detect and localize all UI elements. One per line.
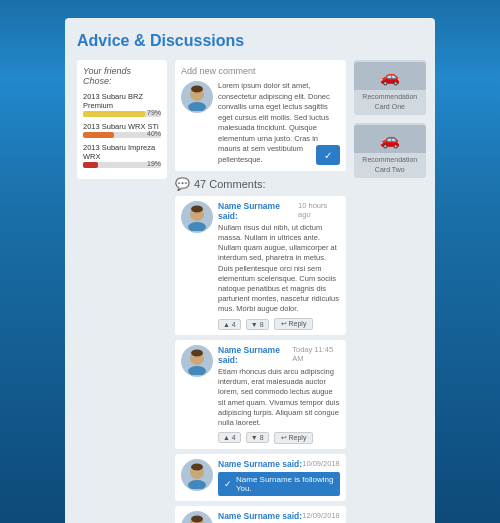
comment-body: Name Surname said: 10 hours ago Nullam r… — [218, 201, 340, 330]
car-icon-2: 🚗 — [380, 130, 400, 149]
bar-bg: 40% — [83, 132, 161, 138]
bar-label: 79% — [147, 110, 161, 116]
car-card-1: 🚗 RecommendationCard One — [354, 60, 426, 115]
friend-label: 2013 Subaru Impreza WRX — [83, 143, 161, 161]
svg-point-10 — [191, 463, 203, 470]
comment-author: Name Surname said: — [218, 345, 292, 365]
avatar — [181, 345, 213, 377]
comment-meta: Name Surname said: Today 11:45 AM — [218, 345, 340, 365]
svg-point-1 — [191, 86, 203, 93]
friend-item: 2013 Subaru Impreza WRX 19% — [83, 143, 161, 168]
avatar — [181, 201, 213, 233]
comment-top: Name Surname said: 10/09/2018 ✓ Name Sur… — [181, 459, 340, 496]
comment-author: Name Surname said: — [218, 459, 302, 469]
comments-header: 💬 47 Comments: — [175, 177, 346, 191]
add-comment-box: Add new comment Lorem ipsum dolor sit am… — [175, 60, 346, 171]
vote-up-button[interactable]: ▲ 4 — [218, 319, 241, 330]
svg-point-2 — [188, 102, 206, 111]
comment-top: Name Surname said: Today 11:45 AM Etiam … — [181, 345, 340, 444]
friends-title: Your friends Chose: — [83, 66, 161, 86]
friends-panel: Your friends Chose: 2013 Subaru BRZ Prem… — [77, 60, 167, 523]
comment-meta: Name Surname said: 12/09/2018 — [218, 511, 340, 521]
comment-time: 12/09/2018 — [302, 511, 340, 521]
avatar — [181, 511, 213, 523]
car-card-label-2: RecommendationCard Two — [359, 153, 420, 175]
comment-text-body: Etiam rhoncus duis arcu adipiscing inter… — [218, 367, 340, 428]
car-card-label-1: RecommendationCard One — [359, 90, 420, 112]
main-container: Advice & Discussions Your friends Chose:… — [65, 18, 435, 523]
comment-author: Name Surname said: — [218, 511, 302, 521]
bar-fill — [83, 111, 145, 117]
friend-item: 2013 Subaru WRX STi 40% — [83, 122, 161, 138]
svg-point-7 — [191, 350, 203, 357]
right-panel: 🚗 RecommendationCard One 🚗 Recommendatio… — [354, 60, 426, 523]
vote-down-button[interactable]: ▼ 8 — [246, 432, 269, 443]
car-card-top-1: 🚗 — [354, 62, 426, 90]
car-icon: 🚗 — [380, 67, 400, 86]
commenter-avatar — [181, 81, 213, 113]
comment-item: Name Surname said: 12/09/2018 Pharma nul… — [175, 506, 346, 523]
bar-fill — [83, 132, 114, 138]
svg-point-11 — [188, 480, 206, 489]
main-area: Add new comment Lorem ipsum dolor sit am… — [175, 60, 346, 523]
bar-bg: 79% — [83, 111, 161, 117]
comments-count-label: 47 Comments: — [194, 178, 266, 190]
comment-text-body: Nullam risus dui nibh, ut dictum massa. … — [218, 223, 340, 314]
friend-label: 2013 Subaru BRZ Premium — [83, 92, 161, 110]
bar-bg: 19% — [83, 162, 161, 168]
svg-point-8 — [188, 366, 206, 375]
comment-author: Name Surname said: — [218, 201, 298, 221]
friends-box: Your friends Chose: 2013 Subaru BRZ Prem… — [77, 60, 167, 179]
comment-item: Name Surname said: 10/09/2018 ✓ Name Sur… — [175, 454, 346, 501]
following-bar: ✓ Name Surname is following You. — [218, 472, 340, 496]
avatar — [181, 459, 213, 491]
submit-comment-button[interactable]: ✓ — [316, 145, 340, 165]
svg-point-5 — [188, 222, 206, 231]
friend-item: 2013 Subaru BRZ Premium 79% — [83, 92, 161, 117]
comment-item: Name Surname said: 10 hours ago Nullam r… — [175, 196, 346, 335]
bar-label: 40% — [147, 131, 161, 137]
comment-time: Today 11:45 AM — [292, 345, 340, 365]
comment-body: Name Surname said: 10/09/2018 ✓ Name Sur… — [218, 459, 340, 496]
comment-top: Name Surname said: 12/09/2018 Pharma nul… — [181, 511, 340, 523]
comments-icon: 💬 — [175, 177, 190, 191]
reply-button[interactable]: ↩ Reply — [274, 432, 314, 444]
comment-time: 10 hours ago — [298, 201, 340, 221]
comment-meta: Name Surname said: 10 hours ago — [218, 201, 340, 221]
comment-time: 10/09/2018 — [302, 459, 340, 469]
bar-label: 19% — [147, 161, 161, 167]
following-text: Name Surname is following You. — [236, 475, 334, 493]
comment-item: Name Surname said: Today 11:45 AM Etiam … — [175, 340, 346, 449]
svg-point-4 — [191, 206, 203, 213]
add-comment-label: Add new comment — [181, 66, 340, 76]
comment-actions: ▲ 4 ▼ 8 ↩ Reply — [218, 318, 340, 330]
car-card-2: 🚗 RecommendationCard Two — [354, 123, 426, 178]
comment-body: Name Surname said: Today 11:45 AM Etiam … — [218, 345, 340, 444]
reply-button[interactable]: ↩ Reply — [274, 318, 314, 330]
bar-fill — [83, 162, 98, 168]
vote-up-button[interactable]: ▲ 4 — [218, 432, 241, 443]
check-icon: ✓ — [224, 479, 232, 489]
comment-top: Name Surname said: 10 hours ago Nullam r… — [181, 201, 340, 330]
comment-actions: ▲ 4 ▼ 8 ↩ Reply — [218, 432, 340, 444]
vote-down-button[interactable]: ▼ 8 — [246, 319, 269, 330]
comment-meta: Name Surname said: 10/09/2018 — [218, 459, 340, 469]
page-title: Advice & Discussions — [77, 32, 423, 50]
svg-point-13 — [191, 515, 203, 522]
comment-body: Name Surname said: 12/09/2018 Pharma nul… — [218, 511, 340, 523]
content-row: Your friends Chose: 2013 Subaru BRZ Prem… — [77, 60, 423, 523]
car-card-top-2: 🚗 — [354, 125, 426, 153]
